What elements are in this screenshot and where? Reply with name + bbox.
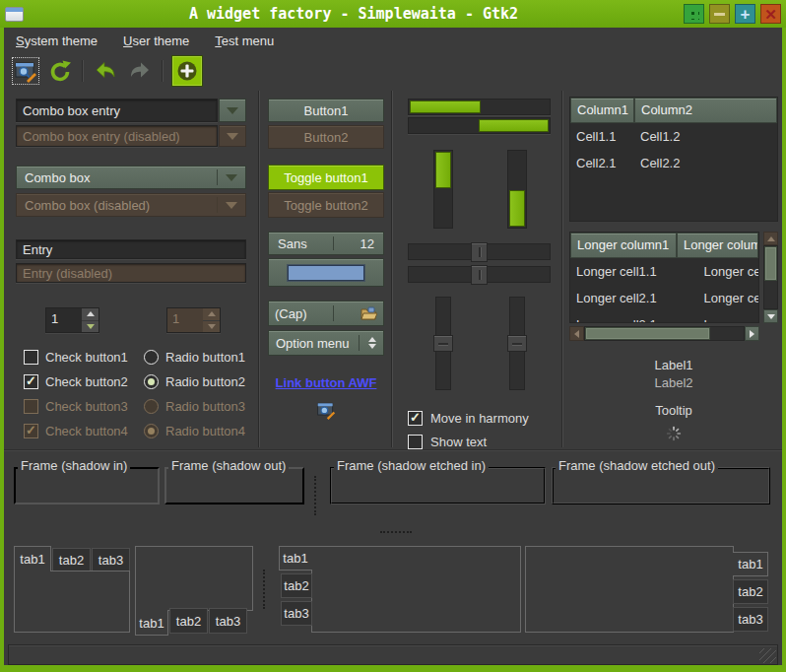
horizontal-scale-1[interactable] (408, 243, 551, 260)
combo-box[interactable]: Combo box (16, 166, 246, 189)
redo-icon (128, 59, 152, 83)
column-header[interactable]: Longer column2 (677, 233, 758, 258)
statusbar-row (4, 642, 782, 666)
progress-bar-v1 (433, 150, 453, 229)
checkbox-checked-icon[interactable] (408, 411, 423, 426)
radio-icon (144, 399, 159, 414)
toggle-button1-active[interactable]: Toggle button1 (268, 165, 384, 190)
table-row[interactable]: Longer cell3.1 Longer cell3.2 (570, 311, 758, 323)
minimize-button[interactable] (709, 4, 730, 24)
screenshot-tool-button[interactable] (13, 58, 38, 84)
scrollbar-thumb[interactable] (585, 327, 710, 340)
tab3[interactable]: tab3 (733, 607, 768, 632)
radio-button-4-disabled: Radio button4 (144, 422, 245, 439)
radio-button-2[interactable]: Radio button2 (144, 372, 245, 390)
notebook-body (311, 546, 521, 633)
tab1[interactable]: tab1 (733, 552, 768, 576)
column-header[interactable]: Column1 (570, 98, 634, 123)
table-row[interactable]: Cell1.1 Cell1.2 (570, 123, 777, 150)
refresh-button[interactable] (47, 58, 73, 84)
spin-up-button[interactable] (82, 308, 98, 321)
horizontal-scale-2[interactable] (408, 266, 551, 283)
window-icon[interactable] (5, 7, 24, 22)
maximize-button[interactable]: + (735, 4, 755, 24)
spin-down-button[interactable] (82, 321, 98, 333)
column-separator (391, 91, 393, 447)
slider-handle[interactable] (433, 335, 453, 352)
combo-box-entry[interactable]: Combo box entry (16, 99, 246, 122)
vertical-scale-2[interactable] (509, 297, 525, 390)
titlebar[interactable]: A widget factory - Simplewaita - Gtk2 + … (0, 0, 786, 28)
table-row[interactable]: Longer cell2.1 Longer cell2.2 (570, 285, 758, 311)
treeview-1[interactable]: Column1 Column2 Cell1.1 Cell1.2 Cell2.1 … (569, 97, 778, 222)
slider-handle[interactable] (471, 265, 488, 285)
spin-button[interactable]: 1 (45, 307, 99, 333)
menu-user-theme[interactable]: User theme (123, 34, 189, 48)
slider-handle[interactable] (507, 335, 527, 352)
tab3[interactable]: tab3 (281, 601, 312, 626)
tab2[interactable]: tab2 (733, 579, 768, 604)
tab2[interactable]: tab2 (169, 608, 208, 634)
option-menu[interactable]: Option menu (268, 330, 384, 356)
close-button[interactable]: ✕ (760, 4, 781, 24)
check-button-2[interactable]: Check button2 (24, 372, 144, 390)
toolbar-separator (82, 60, 84, 82)
undo-button[interactable] (93, 58, 118, 84)
tab1[interactable]: tab1 (279, 546, 312, 571)
arrow-up-icon (87, 311, 95, 316)
progress-bar-h2 (408, 117, 551, 134)
vertical-scrollbar[interactable] (763, 232, 778, 323)
checkbox-icon[interactable] (24, 350, 38, 365)
check-button-1[interactable]: Check button1 (24, 348, 144, 366)
menu-system-theme[interactable]: System theme (16, 34, 98, 48)
treeview-2[interactable]: Longer column1 Longer column2 Longer cel… (569, 232, 759, 323)
check-move-in-harmony[interactable]: Move in harmony (408, 411, 551, 426)
awf-app-icon (316, 400, 336, 420)
table-row[interactable]: Longer cell1.1 Longer cell1.2 (570, 258, 758, 285)
table-row[interactable]: Cell2.1 Cell2.2 (570, 150, 777, 176)
combo-entry-disabled-arrow (219, 125, 246, 147)
radio-button-1[interactable]: Radio button1 (144, 348, 245, 366)
progress-fill (479, 119, 550, 132)
vertical-scale-1[interactable] (435, 297, 451, 390)
link-button[interactable]: Link button AWF (276, 375, 377, 390)
tab1[interactable]: tab1 (135, 610, 168, 636)
radio-checked-icon[interactable] (144, 374, 159, 389)
combo-entry-disabled-input: Combo box entry (disabled) (16, 125, 218, 147)
button1[interactable]: Button1 (268, 99, 384, 122)
slider-handle[interactable] (471, 242, 488, 262)
add-button[interactable] (172, 56, 202, 86)
scrollbar-thumb[interactable] (764, 246, 777, 281)
dots-grid-icon (688, 9, 699, 20)
resize-grip-icon[interactable] (759, 648, 776, 663)
combo-entry-input[interactable]: Combo box entry (16, 99, 218, 122)
progress-bar-h1 (408, 99, 551, 115)
window-menu-button[interactable] (684, 4, 704, 24)
file-chooser-button[interactable]: (Cap) (268, 301, 384, 326)
checkbox-checked-icon[interactable] (24, 374, 38, 389)
arrow-down-icon (767, 314, 775, 319)
font-button[interactable]: Sans 12 (268, 232, 384, 255)
menu-test-menu[interactable]: Test menu (215, 34, 274, 48)
scroll-left-button (569, 326, 584, 341)
tab3[interactable]: tab3 (209, 608, 247, 634)
checkbox-icon[interactable] (408, 435, 423, 449)
check-show-text[interactable]: Show text (408, 435, 551, 449)
tab1[interactable]: tab1 (14, 546, 51, 571)
tab2[interactable]: tab2 (52, 548, 91, 571)
tab3[interactable]: tab3 (92, 548, 130, 571)
combo-entry-arrow-button[interactable] (219, 99, 246, 122)
tab2[interactable]: tab2 (281, 573, 312, 598)
horizontal-dotted-separator (380, 531, 412, 533)
undo-icon (94, 59, 117, 83)
color-button[interactable] (268, 258, 384, 287)
redo-button[interactable] (127, 58, 153, 84)
horizontal-scrollbar[interactable] (569, 326, 759, 341)
text-entry[interactable]: Entry (16, 239, 246, 259)
column-header[interactable]: Longer column1 (570, 233, 677, 258)
scroll-down-button[interactable] (763, 309, 778, 323)
window-title: A widget factory - Simplewaita - Gtk2 (24, 5, 684, 23)
scroll-right-button[interactable] (745, 326, 759, 341)
radio-icon[interactable] (144, 350, 159, 365)
column-header[interactable]: Column2 (634, 98, 777, 123)
